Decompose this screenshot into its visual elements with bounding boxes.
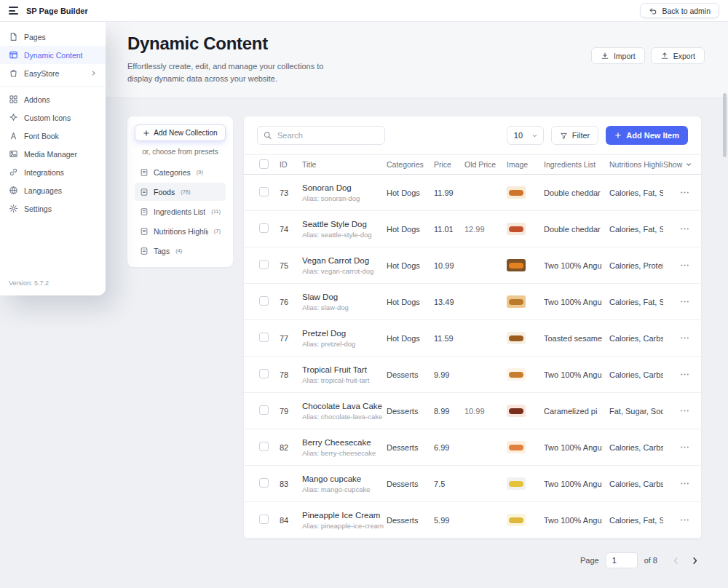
per-page-value: 10	[514, 131, 523, 140]
row-alias: Alias: sonoran-dog	[302, 194, 387, 202]
food-thumbnail	[507, 259, 526, 271]
row-checkbox[interactable]	[259, 260, 269, 269]
column-settings-chevron-button[interactable]	[684, 159, 694, 170]
row-category: Desserts	[387, 516, 434, 525]
food-thumbnail	[507, 441, 526, 453]
table-row[interactable]: 76 Slaw Dog Alias: slaw-dog Hot Dogs 13.…	[244, 284, 701, 320]
row-actions-button[interactable]	[677, 512, 692, 528]
import-icon	[601, 52, 609, 60]
table-row[interactable]: 83 Mango cupcake Alias: mango-cupcake De…	[244, 466, 701, 502]
search-input[interactable]	[257, 126, 385, 145]
row-checkbox[interactable]	[259, 514, 269, 524]
sidebar-item-media-manager[interactable]: Media Manager	[0, 145, 106, 163]
media-manager-icon	[9, 149, 18, 159]
sidebar-item-addons[interactable]: Addons	[0, 90, 106, 108]
collection-label: Foods	[154, 188, 175, 196]
sidebar-item-settings[interactable]: Settings	[0, 199, 106, 218]
table-row[interactable]: 79 Chocolate Lava Cake Alias: chocolate-…	[244, 393, 701, 429]
table-row[interactable]: 82 Berry Cheesecake Alias: berry-cheesec…	[244, 429, 701, 466]
row-checkbox[interactable]	[259, 442, 269, 451]
import-button[interactable]: Import	[591, 47, 645, 64]
row-checkbox[interactable]	[259, 333, 269, 342]
export-button[interactable]: Export	[651, 47, 705, 64]
add-new-item-button[interactable]: Add New Item	[606, 126, 688, 145]
custom-icons-icon	[9, 113, 18, 122]
add-new-collection-button[interactable]: Add New Collection	[135, 124, 226, 141]
row-price: 7.5	[434, 480, 464, 488]
row-checkbox[interactable]	[259, 296, 269, 306]
row-actions-button[interactable]	[677, 258, 692, 273]
row-checkbox[interactable]	[259, 223, 269, 233]
sidebar-item-label: Media Manager	[24, 150, 77, 159]
row-category: Hot Dogs	[387, 298, 434, 306]
sidebar-item-label: Languages	[24, 186, 62, 195]
collection-item[interactable]: Tags (4)	[135, 242, 226, 260]
sidebar-item-custom-icons[interactable]: Custom Icons	[0, 108, 106, 127]
column-header-title: Title	[302, 160, 387, 169]
per-page-select[interactable]: 10	[507, 126, 544, 145]
page-label: Page	[580, 556, 599, 565]
filter-button[interactable]: Filter	[551, 126, 598, 145]
table-row[interactable]: 77 Pretzel Dog Alias: pretzel-dog Hot Do…	[244, 320, 701, 357]
page-title: Dynamic Content	[127, 33, 349, 54]
row-nutritions: Calories, Fat, So	[609, 225, 663, 234]
row-checkbox[interactable]	[259, 405, 269, 415]
previous-page-button[interactable]	[670, 555, 682, 567]
collection-count: (9)	[197, 169, 203, 175]
row-checkbox[interactable]	[259, 478, 269, 488]
row-checkbox[interactable]	[259, 369, 269, 378]
collection-count: (4)	[175, 247, 182, 254]
menu-toggle-button[interactable]	[7, 4, 20, 18]
row-actions-button[interactable]	[677, 330, 692, 346]
scrollbar-thumb[interactable]	[723, 93, 727, 157]
column-header-image: Image	[507, 160, 544, 169]
row-id: 83	[280, 480, 302, 488]
pages-icon	[9, 32, 18, 41]
collection-item[interactable]: Categories (9)	[135, 163, 226, 181]
food-thumbnail	[507, 186, 526, 199]
collection-icon	[140, 188, 149, 196]
row-price: 11.01	[434, 225, 464, 234]
import-label: Import	[614, 52, 636, 60]
row-title: Berry Cheesecake	[302, 438, 387, 447]
row-id: 73	[280, 188, 302, 197]
row-id: 76	[280, 298, 302, 306]
sidebar-divider	[0, 86, 106, 87]
select-all-checkbox[interactable]	[259, 159, 269, 169]
collection-item[interactable]: Ingredients List (11)	[135, 202, 226, 220]
collection-icon	[140, 247, 149, 255]
row-actions-button[interactable]	[677, 367, 692, 382]
row-actions-button[interactable]	[677, 185, 692, 200]
sidebar-item-font-book[interactable]: Font Book	[0, 127, 106, 145]
collection-item[interactable]: Foods (78)	[135, 183, 226, 201]
collection-item[interactable]: Nutritions Highlight (7)	[135, 222, 226, 240]
table-row[interactable]: 73 Sonoran Dog Alias: sonoran-dog Hot Do…	[244, 175, 701, 211]
row-nutritions: Calories, Fat, So	[609, 188, 663, 197]
page-header: Dynamic Content Effortlessly create, edi…	[0, 22, 728, 98]
sidebar-item-pages[interactable]: Pages	[0, 28, 106, 46]
choose-from-presets-link[interactable]: or, choose from presets	[142, 148, 218, 156]
sidebar-item-easystore[interactable]: EasyStore	[0, 64, 106, 82]
table-row[interactable]: 78 Tropical Fruit Tart Alias: tropical-f…	[244, 357, 701, 393]
row-alias: Alias: seattle-style-dog	[302, 231, 387, 239]
filter-icon	[560, 132, 568, 140]
table-row[interactable]: 75 Vegan Carrot Dog Alias: vegan-carrot-…	[244, 247, 701, 284]
row-actions-button[interactable]	[677, 476, 692, 491]
back-to-admin-button[interactable]: Back to admin	[640, 3, 719, 18]
row-ingredients: Double cheddar	[544, 225, 609, 234]
table-row[interactable]: 84 Pineapple Ice Cream Alias: pineapple-…	[244, 502, 701, 539]
sidebar-item-dynamic-content[interactable]: Dynamic Content	[0, 46, 106, 64]
food-thumbnail	[507, 332, 526, 344]
table-row[interactable]: 74 Seattle Style Dog Alias: seattle-styl…	[244, 211, 701, 247]
row-actions-button[interactable]	[677, 294, 692, 309]
row-checkbox[interactable]	[259, 187, 269, 196]
row-actions-button[interactable]	[677, 440, 692, 455]
row-actions-button[interactable]	[677, 221, 692, 237]
page-number-input[interactable]	[606, 552, 638, 568]
row-nutritions: Calories, Carbs	[609, 443, 663, 452]
row-price: 6.99	[434, 443, 464, 452]
row-actions-button[interactable]	[677, 403, 692, 418]
next-page-button[interactable]	[689, 555, 701, 567]
sidebar-item-integrations[interactable]: Integrations	[0, 163, 106, 181]
sidebar-item-languages[interactable]: Languages	[0, 181, 106, 199]
